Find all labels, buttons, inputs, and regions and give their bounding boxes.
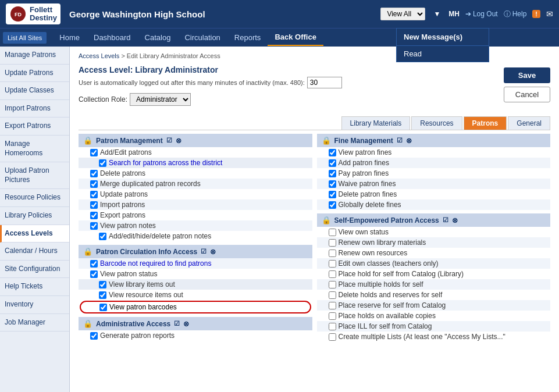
perm-label-barcodes: View patron barcodes (109, 303, 177, 311)
clear-icon[interactable]: ⊗ (176, 137, 181, 145)
self-empowered-section: 🔒 Self-Empowered Patron Access ☑ ⊗ View … (317, 213, 551, 342)
cb-waive-patron-fines[interactable] (329, 180, 336, 188)
clear-self-icon[interactable]: ⊗ (452, 216, 458, 224)
cb-place-reserve-catalog[interactable] (329, 302, 336, 309)
collection-role-select[interactable]: Administrator (130, 93, 191, 106)
perm-create-multiple-lists: Create multiple Lists (At least one "Acc… (317, 332, 551, 342)
cb-generate-patron-reports[interactable] (90, 332, 98, 340)
cb-pay-patron-fines[interactable] (329, 170, 336, 177)
cb-view-library-items-out[interactable] (99, 281, 106, 288)
cb-add-patron-fines[interactable] (329, 159, 336, 167)
sidebar-item-import-patrons[interactable]: Import Patrons (0, 100, 69, 118)
perm-label: Generate patron reports (100, 332, 175, 340)
cb-view-patron-barcodes[interactable] (99, 304, 107, 311)
save-button[interactable]: Save (504, 67, 550, 83)
inactivity-input[interactable]: 30 (307, 77, 342, 88)
help-link[interactable]: ⓘ Help (504, 9, 527, 19)
cb-create-multiple-lists[interactable] (329, 333, 336, 341)
cb-globally-delete-fines[interactable] (329, 201, 336, 209)
cb-place-hold-catalog[interactable] (329, 270, 336, 278)
cb-delete-holds-reserves[interactable] (329, 291, 336, 299)
sidebar-item-inventory[interactable]: Inventory (0, 296, 69, 314)
self-empowered-header: 🔒 Self-Empowered Patron Access ☑ ⊗ (317, 213, 551, 227)
check-all-icon[interactable]: ☑ (166, 137, 172, 144)
breadcrumb-link[interactable]: Access Levels (79, 52, 119, 59)
perm-label: Export patrons (100, 211, 145, 219)
nav-dashboard[interactable]: Dashboard (87, 30, 138, 45)
sidebar-item-library-policies[interactable]: Library Policies (0, 207, 69, 225)
cb-view-patron-notes[interactable] (90, 222, 98, 230)
view-select[interactable]: View All (380, 8, 425, 20)
mail-icon[interactable]: ✉ (546, 9, 553, 19)
perm-label: View library items out (109, 280, 175, 288)
perm-label: Create multiple Lists (At least one "Acc… (339, 333, 505, 341)
perm-label: View patron status (100, 270, 158, 278)
cb-view-own-status[interactable] (329, 229, 336, 236)
cb-place-multiple-holds[interactable] (329, 281, 336, 288)
top-header: FD Follett Destiny George Washington Hig… (0, 0, 559, 28)
cb-export-patrons[interactable] (90, 212, 98, 219)
clear-admin-icon[interactable]: ⊗ (183, 320, 189, 328)
cb-edit-own-classes[interactable] (329, 260, 336, 268)
perm-delete-patrons: Delete patrons (79, 168, 312, 179)
sidebar-item-job-manager[interactable]: Job Manager (0, 314, 69, 332)
sidebar-item-export-patrons[interactable]: Export Patrons (0, 117, 69, 136)
notification-badge[interactable]: ! (532, 10, 540, 18)
cb-view-patron-fines[interactable] (329, 149, 336, 156)
sidebar-item-help-tickets[interactable]: Help Tickets (0, 278, 69, 296)
sidebar-item-update-patrons[interactable]: Update Patrons (0, 65, 69, 83)
cb-renew-own-resources[interactable] (329, 250, 336, 257)
perm-view-patron-fines: View patron fines (317, 147, 551, 158)
logout-link[interactable]: ➔ Log Out (465, 10, 498, 18)
cb-view-patron-status[interactable] (90, 270, 98, 278)
cb-view-resource-items-out[interactable] (99, 291, 106, 299)
nav-catalog[interactable]: Catalog (138, 30, 178, 45)
clear-fine-icon[interactable]: ⊗ (406, 137, 412, 145)
sidebar-item-update-classes[interactable]: Update Classes (0, 82, 69, 100)
cb-add-edit-patrons[interactable] (90, 149, 98, 156)
tab-patrons[interactable]: Patrons (464, 116, 507, 130)
perm-label: Import patrons (100, 201, 145, 209)
perm-place-holds-available: Place holds on available copies (317, 311, 551, 321)
tab-resources[interactable]: Resources (411, 116, 462, 130)
perm-search-district: Search for patrons across the district (79, 158, 312, 168)
check-all-admin-icon[interactable]: ☑ (174, 320, 180, 327)
cb-import-patrons[interactable] (90, 201, 98, 209)
cb-delete-patron-fines[interactable] (329, 191, 336, 198)
check-all-fine-icon[interactable]: ☑ (397, 137, 403, 144)
sidebar-item-upload-patron-pictures[interactable]: Upload Patron Pictures (0, 162, 69, 189)
cb-update-patrons[interactable] (90, 191, 98, 198)
cb-merge-duplicates[interactable] (90, 180, 98, 188)
check-all-self-icon[interactable]: ☑ (443, 216, 448, 224)
cb-barcode-not-required[interactable] (90, 260, 98, 268)
check-all-circ-icon[interactable]: ☑ (201, 248, 206, 255)
sidebar-item-access-levels[interactable]: Access Levels (0, 225, 69, 243)
logo-text-line1: Follett (30, 6, 57, 14)
cb-search-district[interactable] (99, 159, 106, 167)
perm-label: Place multiple holds for self (339, 280, 423, 288)
sidebar-item-calendar-hours[interactable]: Calendar / Hours (0, 243, 69, 261)
sidebar-item-manage-homerooms[interactable]: Manage Homerooms (0, 136, 69, 162)
nav-circulation[interactable]: Circulation (177, 30, 227, 45)
cancel-button[interactable]: Cancel (504, 87, 550, 102)
cb-place-ill[interactable] (329, 323, 336, 330)
nav-home[interactable]: Home (52, 30, 87, 45)
clear-circ-icon[interactable]: ⊗ (210, 248, 216, 256)
cb-delete-patrons[interactable] (90, 170, 98, 177)
cb-place-holds-available[interactable] (329, 312, 336, 320)
lock-icon: 🔒 (83, 136, 92, 145)
sidebar-item-manage-patrons[interactable]: Manage Patrons (0, 47, 69, 65)
message-read-item[interactable]: Read (397, 46, 489, 62)
cb-renew-own-library[interactable] (329, 239, 336, 247)
perm-label: Place hold for self from Catalog (Librar… (339, 270, 464, 278)
perm-label: Renew own library materials (339, 238, 426, 247)
tab-library-materials[interactable]: Library Materials (341, 116, 411, 130)
list-all-sites-button[interactable]: List All Sites (3, 32, 47, 44)
sidebar-item-site-configuration[interactable]: Site Configuration (0, 261, 69, 279)
nav-back-office[interactable]: Back Office (268, 29, 323, 46)
nav-reports[interactable]: Reports (227, 30, 268, 45)
cb-add-edit-notes[interactable] (99, 233, 106, 240)
tab-general[interactable]: General (508, 116, 550, 130)
perm-label: View patron notes (100, 222, 156, 230)
sidebar-item-resource-policies[interactable]: Resource Policies (0, 189, 69, 207)
